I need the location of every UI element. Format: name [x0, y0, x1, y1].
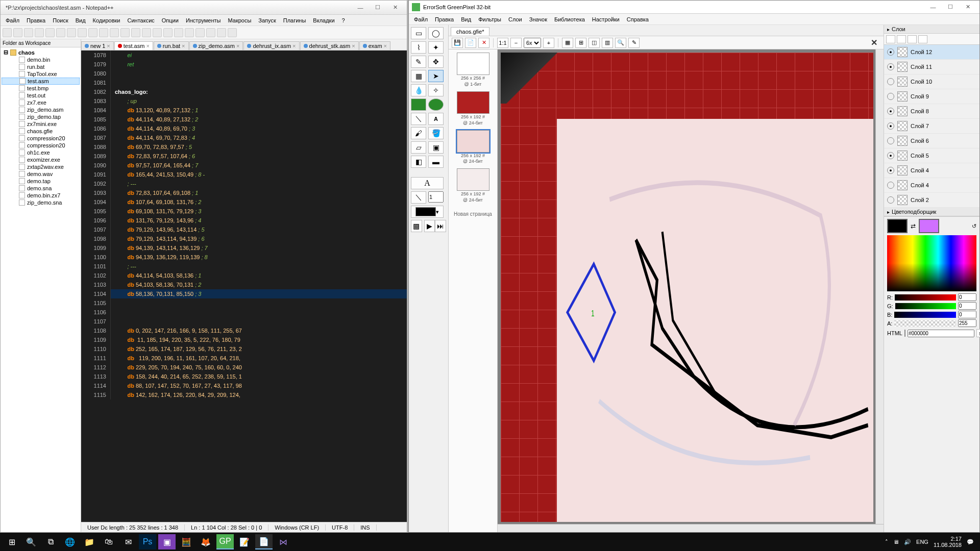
pencil-tool[interactable]: ✎	[411, 56, 426, 68]
menu-item[interactable]: Справка	[624, 15, 652, 23]
tray-lang[interactable]: ENG	[916, 539, 928, 545]
minimize-button[interactable]: —	[924, 2, 942, 12]
titlebar[interactable]: ErrorSoft GreenPixel 32-bit — ☐ ✕	[409, 1, 979, 14]
code-line[interactable]: 1097 db 79,129, 143,96, 143,114 ; 5	[81, 225, 407, 234]
tree-item[interactable]: demo.bin.zx7	[2, 192, 80, 199]
layer-row[interactable]: Слой 12	[884, 45, 979, 60]
code-line[interactable]: 1091 db 165,44, 241,53, 150,49 ; 8 -	[81, 170, 407, 179]
sys-button[interactable]: sys	[976, 329, 980, 337]
visibility-toggle[interactable]	[887, 78, 894, 85]
tree-item[interactable]: zip_demo.asm	[2, 106, 80, 113]
toolbar-button[interactable]	[99, 28, 108, 37]
wand-tool[interactable]: ✦	[428, 41, 444, 54]
visibility-toggle[interactable]	[887, 63, 894, 70]
visibility-toggle[interactable]	[887, 48, 894, 56]
menu-item[interactable]: Поиск	[50, 16, 71, 24]
ellipse-tool[interactable]	[428, 98, 444, 111]
titlebar[interactable]: *P:\zx\projects\chaos\test.asm - Notepad…	[1, 1, 407, 15]
merge-layer-button[interactable]	[918, 35, 927, 43]
zoom-out-icon[interactable]: −	[510, 38, 522, 48]
toolbar-button[interactable]	[56, 28, 65, 37]
zoom-in-icon[interactable]: +	[543, 38, 554, 48]
grid-icon[interactable]: ▦	[562, 38, 573, 48]
retouch-tool[interactable]: ✧	[428, 84, 444, 96]
foreground-swatch[interactable]	[887, 219, 908, 233]
fill-tool[interactable]: 🪣	[428, 127, 444, 139]
delete-layer-button[interactable]	[897, 35, 906, 43]
arrow-tool[interactable]: ➤	[428, 70, 444, 82]
new-page-link[interactable]: Новая страница	[454, 211, 492, 217]
code-line[interactable]: 1103 db 54,103, 58,136, 70,131 ; 2	[81, 280, 407, 289]
editor-tab[interactable]: zip_demo.asm×	[189, 41, 243, 50]
menu-item[interactable]: Запуск	[255, 16, 279, 24]
select-ellipse-tool[interactable]: ◯	[428, 27, 444, 39]
menu-item[interactable]: ?	[339, 16, 348, 24]
code-line[interactable]: 1088 db 69,70, 72,83, 97,57 ; 5	[81, 142, 407, 152]
canvas[interactable]: 1	[501, 53, 873, 522]
editor-tab[interactable]: dehrust_stk.asm×	[300, 41, 359, 50]
tray-notifications-icon[interactable]: 💬	[967, 539, 974, 545]
lasso-tool[interactable]: ⌇	[411, 41, 426, 54]
visibility-toggle[interactable]	[887, 196, 894, 204]
store-icon[interactable]: 🛍	[100, 534, 117, 549]
menu-item[interactable]: Опции	[159, 16, 182, 24]
tree-item[interactable]: test.bmp	[2, 85, 80, 92]
eraser-tool[interactable]: ▱	[411, 141, 426, 154]
menu-item[interactable]: Настройки	[589, 15, 623, 23]
code-line[interactable]: 1114 db 88, 107, 147, 152, 70, 167, 27, …	[81, 381, 407, 390]
editor-tab[interactable]: exam×	[359, 41, 390, 50]
layer-row[interactable]: Слой 9	[884, 89, 979, 104]
color-well[interactable]: ▾	[411, 206, 444, 218]
code-line[interactable]: 1100 db 94,139, 136,129, 119,139 ; 8	[81, 253, 407, 262]
g-value[interactable]	[958, 302, 976, 310]
reset-colors-icon[interactable]: ↺	[972, 223, 976, 230]
code-line[interactable]: 1101 ; ---	[81, 262, 407, 271]
swap-colors-icon[interactable]: ⇄	[911, 222, 916, 230]
editor-tab[interactable]: run.bat×	[154, 41, 189, 50]
menu-item[interactable]: Слои	[505, 15, 525, 23]
tree-item[interactable]: demo.sna	[2, 185, 80, 192]
scrollbar-horizontal[interactable]	[498, 524, 884, 532]
close-button[interactable]: ✕	[386, 3, 404, 13]
explorer-icon[interactable]: 📁	[81, 534, 98, 549]
close-doc-icon[interactable]: ✕	[868, 38, 880, 47]
app-icon[interactable]: ▣	[158, 534, 176, 549]
code-line[interactable]: 1111 db 119, 200, 196, 11, 161, 107, 20,…	[81, 354, 407, 363]
calc-icon[interactable]: 🧮	[178, 534, 195, 549]
tree-item[interactable]: test.out	[2, 92, 80, 99]
layer-row[interactable]: Слой 2	[884, 193, 979, 208]
menu-item[interactable]: Файл	[411, 15, 431, 23]
line-tool[interactable]: ＼	[411, 113, 426, 125]
text-tool[interactable]: A	[428, 113, 444, 125]
code-line[interactable]: 1090 db 97,57, 107,64, 165,44 ; 7	[81, 161, 407, 170]
scrollbar-vertical[interactable]	[875, 49, 884, 524]
props-layer-button[interactable]	[908, 35, 917, 43]
tree-item[interactable]: zx7.exe	[2, 99, 80, 106]
tray-network-icon[interactable]: 🖥	[893, 539, 899, 545]
code-line[interactable]: 1084 db 13,120, 40,89, 27,132 ; 1	[81, 106, 407, 115]
toolbar-button[interactable]	[88, 28, 97, 37]
code-line[interactable]: 1080	[81, 69, 407, 78]
zoom-select[interactable]: 6x	[524, 38, 541, 48]
pattern-tool[interactable]: ▩	[411, 220, 422, 232]
layers-list[interactable]: Слой 12Слой 11Слой 10Слой 9Слой 8Слой 7С…	[884, 45, 979, 208]
tree-item[interactable]: run.bat	[2, 63, 80, 70]
toolbar-button[interactable]	[195, 28, 205, 37]
tree-item[interactable]: TapTool.exe	[2, 70, 80, 78]
mail-icon[interactable]: ✉	[119, 534, 137, 549]
menu-item[interactable]: Правка	[432, 15, 457, 23]
vs-icon[interactable]: ⋈	[275, 534, 292, 549]
code-editor[interactable]: 1078 ei1079 ret108010811082chaos_logo:10…	[81, 51, 407, 522]
code-line[interactable]: 1115 db 142, 162, 174, 126, 220, 84, 29,…	[81, 390, 407, 399]
code-line[interactable]: 1106	[81, 308, 407, 317]
clone-tool[interactable]: ▣	[428, 141, 444, 154]
visibility-toggle[interactable]	[887, 182, 894, 189]
code-line[interactable]: 1096 db 131,76, 79,129, 143,96 ; 4	[81, 216, 407, 225]
frame-thumb[interactable]: 256 x 256 #@ 1-бит	[455, 53, 492, 87]
r-slider[interactable]	[895, 294, 956, 300]
toolbar-button[interactable]	[206, 28, 215, 37]
tree-item[interactable]: oh1c.exe	[2, 149, 80, 156]
minimize-button[interactable]: —	[352, 3, 369, 13]
shape-tool[interactable]: ▬	[428, 156, 444, 168]
code-line[interactable]: 1086 db 44,114, 40,89, 69,70 ; 3	[81, 124, 407, 133]
